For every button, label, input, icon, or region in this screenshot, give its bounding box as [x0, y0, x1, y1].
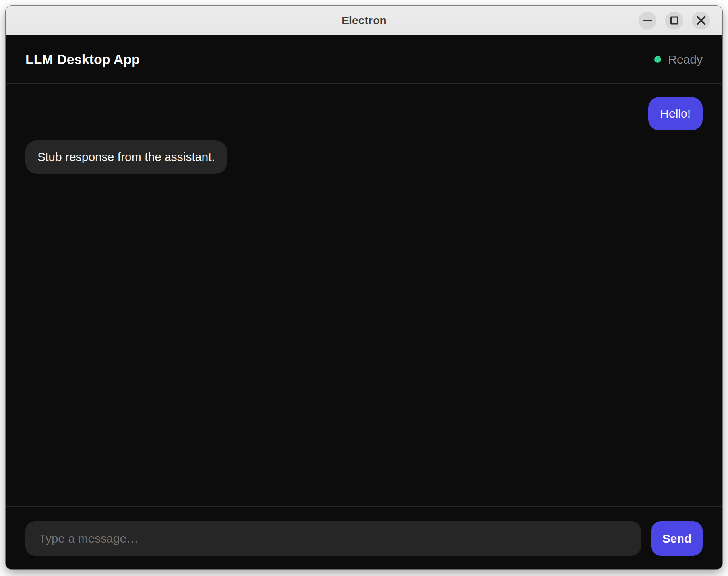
send-button[interactable]: Send	[651, 521, 703, 556]
status-indicator: Ready	[654, 53, 703, 66]
titlebar: Electron	[6, 6, 722, 35]
status-dot-icon	[654, 56, 661, 63]
maximize-button[interactable]	[665, 12, 683, 29]
status-label: Ready	[668, 53, 703, 66]
app-window: Electron LLM Desktop App Ready Hello! St…	[6, 6, 722, 569]
close-button[interactable]	[692, 12, 710, 29]
close-icon	[696, 16, 706, 26]
chat-bubble-user: Hello!	[648, 97, 703, 130]
page-title: LLM Desktop App	[25, 52, 140, 67]
minimize-button[interactable]	[639, 12, 656, 29]
composer: Send	[6, 506, 722, 569]
window-title: Electron	[341, 14, 387, 27]
maximize-icon	[670, 17, 678, 25]
minimize-icon	[643, 20, 652, 21]
app-header: LLM Desktop App Ready	[6, 35, 722, 84]
chat-bubble-assistant: Stub response from the assistant.	[25, 140, 227, 174]
window-controls	[639, 12, 710, 29]
message-list: Hello! Stub response from the assistant.	[6, 84, 722, 506]
message-input[interactable]	[25, 521, 641, 556]
